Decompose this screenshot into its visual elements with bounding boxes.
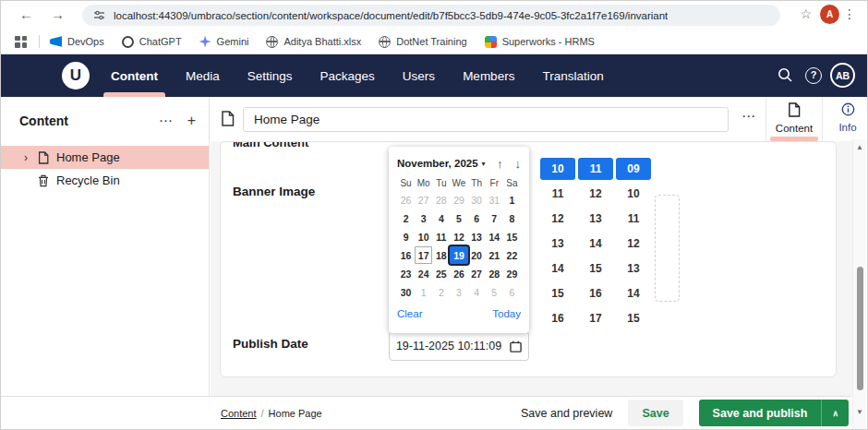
calendar-day[interactable]: 26 [397, 191, 415, 209]
calendar-day[interactable]: 15 [503, 228, 521, 245]
nav-item-translation[interactable]: Translation [528, 54, 617, 97]
month-caret-icon[interactable]: ▾ [482, 160, 486, 168]
calendar-day[interactable]: 1 [415, 283, 432, 301]
calendar-day[interactable]: 26 [450, 265, 467, 282]
calendar-day[interactable]: 14 [486, 228, 503, 245]
tab-info[interactable]: Info [827, 102, 868, 133]
calendar-day[interactable]: 25 [432, 265, 450, 282]
bookmark-chatgpt[interactable]: ChatGPT [122, 36, 182, 48]
time-option-hours[interactable]: 12 [540, 208, 575, 230]
time-option-hours[interactable]: 16 [540, 307, 575, 329]
time-option-hours[interactable]: 10 [540, 158, 575, 180]
calendar-day[interactable]: 27 [415, 191, 432, 209]
calendar-day[interactable]: 7 [486, 209, 503, 227]
bookmark-superworks-hrms[interactable]: Superworks - HRMS [485, 36, 595, 48]
calendar-day[interactable]: 28 [432, 191, 450, 209]
scrollbar-thumb[interactable] [857, 267, 863, 390]
time-option-minutes[interactable]: 13 [578, 208, 613, 230]
scroll-up-icon[interactable]: ▲ [853, 143, 866, 151]
time-option-minutes[interactable]: 14 [578, 233, 613, 255]
breadcrumb-content-link[interactable]: Content [221, 408, 257, 419]
calendar-day-selected[interactable]: 19 [450, 246, 467, 264]
time-option-seconds[interactable]: 15 [616, 307, 651, 329]
document-actions-icon[interactable]: ⋯ [741, 108, 755, 125]
month-selector[interactable]: November, 2025 [397, 158, 478, 169]
time-option-minutes[interactable]: 11 [578, 158, 613, 180]
clear-button[interactable]: Clear [397, 308, 422, 319]
bookmark-devops[interactable]: DevOps [50, 36, 104, 48]
document-title-input[interactable] [243, 107, 729, 132]
publish-date-input[interactable]: 19-11-2025 10:11:09 [389, 331, 529, 361]
time-option-seconds[interactable]: 13 [616, 257, 651, 280]
time-option-seconds[interactable]: 14 [616, 282, 651, 305]
calendar-day[interactable]: 3 [450, 283, 467, 301]
calendar-day[interactable]: 2 [397, 209, 415, 227]
time-option-hours[interactable]: 11 [540, 183, 575, 205]
bookmark-aditya-bhatti-xlsx[interactable]: Aditya Bhatti.xlsx [266, 36, 361, 48]
calendar-day[interactable]: 5 [486, 283, 503, 301]
time-option-seconds[interactable]: 09 [616, 158, 651, 180]
calendar-day[interactable]: 2 [432, 283, 450, 301]
user-avatar[interactable]: AB [830, 63, 855, 88]
time-option-hours[interactable]: 13 [540, 233, 575, 255]
bookmark-gemini[interactable]: Gemini [199, 36, 249, 48]
umbraco-logo[interactable]: U [62, 62, 90, 90]
time-option-minutes[interactable]: 16 [578, 282, 613, 305]
sidebar-item-recycle-bin[interactable]: Recycle Bin [1, 169, 209, 192]
calendar-day-today[interactable]: 17 [415, 246, 432, 264]
calendar-icon[interactable] [510, 340, 522, 352]
calendar-day[interactable]: 13 [468, 228, 486, 245]
calendar-day[interactable]: 12 [450, 228, 467, 245]
time-option-hours[interactable]: 15 [540, 282, 575, 305]
calendar-day[interactable]: 28 [486, 265, 503, 282]
calendar-day[interactable]: 11 [432, 228, 450, 245]
sidebar-item-home-page[interactable]: ›Home Page [1, 146, 209, 169]
sidebar-add-icon[interactable]: + [187, 113, 196, 129]
calendar-day[interactable]: 27 [468, 265, 486, 282]
nav-item-users[interactable]: Users [389, 54, 449, 97]
calendar-day[interactable]: 18 [432, 246, 450, 264]
calendar-day[interactable]: 8 [503, 209, 521, 227]
today-button[interactable]: Today [492, 308, 521, 319]
browser-menu-icon[interactable]: ⋮ [843, 6, 856, 21]
scroll-down-icon[interactable]: ▼ [853, 408, 866, 416]
calendar-day[interactable]: 29 [450, 191, 467, 209]
save-button[interactable]: Save [628, 400, 682, 426]
next-month-arrow-icon[interactable]: ↓ [515, 157, 522, 171]
save-and-preview-button[interactable]: Save and preview [521, 407, 612, 420]
vertical-scrollbar[interactable]: ▲ ▼ [852, 139, 866, 429]
bookmark-star-icon[interactable]: ☆ [800, 6, 812, 21]
nav-item-members[interactable]: Members [449, 54, 528, 97]
calendar-day[interactable]: 4 [432, 209, 450, 227]
nav-item-content[interactable]: Content [97, 54, 172, 97]
save-and-publish-button[interactable]: Save and publish ∧ [699, 400, 849, 426]
calendar-day[interactable]: 21 [486, 246, 503, 264]
time-option-minutes[interactable]: 12 [578, 183, 613, 205]
calendar-day[interactable]: 6 [468, 209, 486, 227]
publish-options-caret-icon[interactable]: ∧ [822, 409, 849, 418]
calendar-day[interactable]: 30 [397, 283, 415, 301]
calendar-day[interactable]: 29 [503, 265, 521, 282]
time-option-seconds[interactable]: 10 [616, 183, 651, 205]
calendar-day[interactable]: 20 [468, 246, 486, 264]
help-icon[interactable]: ? [805, 67, 822, 84]
time-option-seconds[interactable]: 12 [616, 233, 651, 255]
browser-back-icon[interactable]: ← [19, 6, 33, 24]
search-icon[interactable] [778, 67, 793, 87]
calendar-day[interactable]: 23 [397, 265, 415, 282]
calendar-day[interactable]: 9 [397, 228, 415, 245]
time-option-minutes[interactable]: 17 [578, 307, 613, 329]
site-info-icon[interactable] [93, 9, 105, 21]
calendar-day[interactable]: 1 [503, 191, 521, 209]
calendar-day[interactable]: 4 [468, 283, 486, 301]
address-bar[interactable]: localhost:44309/umbraco/section/content/… [82, 5, 780, 26]
browser-forward-icon[interactable]: → [51, 6, 65, 24]
calendar-day[interactable]: 3 [415, 209, 432, 227]
nav-item-packages[interactable]: Packages [307, 54, 389, 97]
nav-item-settings[interactable]: Settings [234, 54, 307, 97]
nav-item-media[interactable]: Media [172, 54, 234, 97]
time-option-minutes[interactable]: 15 [578, 257, 613, 280]
browser-profile-avatar[interactable]: A [820, 5, 839, 24]
calendar-day[interactable]: 22 [503, 246, 521, 264]
calendar-day[interactable]: 24 [415, 265, 432, 282]
